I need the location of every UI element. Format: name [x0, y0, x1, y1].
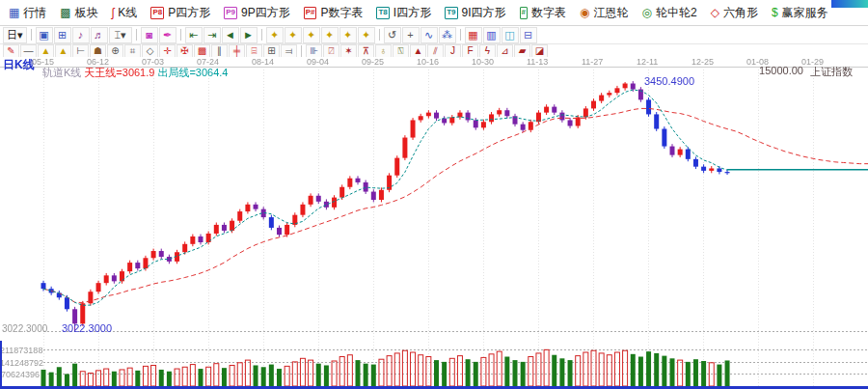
tool-button-tb3-0[interactable]: ✎	[3, 44, 19, 58]
menu-item-K线[interactable]: ʃK线	[105, 0, 145, 25]
tool-button-tb2-17[interactable]: ✦	[285, 27, 302, 43]
tool-button-tb3-7[interactable]: ⌗	[124, 44, 141, 58]
menu-item-9I四方形[interactable]: T99I四方形	[438, 0, 512, 25]
tool-button-tb2-23[interactable]: ↺	[384, 27, 401, 43]
tool-button-tb2-21[interactable]: ✦	[358, 27, 375, 43]
toolbar-separator	[261, 29, 262, 41]
indicator-readout: 轨道K线 天王线=3061.9 出局线=3064.4	[42, 66, 229, 80]
volume-axis-label: 141248792	[0, 358, 40, 368]
tool-button-tb3-10[interactable]: ✠	[176, 44, 193, 58]
tool-button-tb3-15[interactable]: ⊞	[263, 44, 280, 58]
menu-item-行情[interactable]: ▦行情	[2, 0, 53, 25]
tool-button-tb2-4[interactable]: ♪	[72, 27, 90, 43]
tool-button-tb3-25[interactable]: ⫽	[427, 44, 444, 58]
menu-label: 板块	[75, 5, 98, 21]
tool-button-tb3-9[interactable]: ✛	[159, 44, 176, 58]
menu-item-9P四方形[interactable]: P99P四方形	[217, 0, 296, 25]
tool-button-tb3-1[interactable]: —	[20, 44, 37, 58]
menu-item-赢家服务[interactable]: $赢家服务	[765, 0, 835, 25]
tool-button-tb3-11[interactable]: ▩	[194, 44, 210, 58]
tool-button-tb3-8[interactable]: ◇	[142, 44, 158, 58]
tool-button-tb3-28[interactable]: ϟ	[479, 44, 496, 58]
menu-item-江恩轮[interactable]: ◉江恩轮	[573, 0, 635, 25]
tool-button-tb3-20[interactable]: ✶	[340, 44, 357, 58]
date-label: 10-16	[417, 57, 439, 67]
volume-axis-label: 70624396	[0, 370, 40, 379]
menu-item-P数字表[interactable]: P#P数字表	[297, 0, 370, 25]
date-label: 08-14	[252, 57, 274, 67]
tool-button-tb2-25[interactable]: ∿	[420, 27, 438, 43]
peak-price-label: 3450.4900	[644, 75, 694, 87]
date-label: 07-24	[197, 57, 219, 67]
menu-item-I四方形[interactable]: T8I四方形	[369, 0, 438, 25]
menu-label: 轮中轮2	[656, 5, 697, 21]
tool-button-tb2-14[interactable]: ►	[240, 27, 258, 43]
tool-button-tb3-30[interactable]: ▰	[514, 44, 530, 58]
menu-label: 六角形	[723, 5, 758, 21]
tool-button-tb2-30[interactable]: ◫	[502, 27, 519, 43]
tool-button-tb2-8[interactable]: ◙	[141, 27, 158, 43]
tool-button-tb2-26[interactable]: ⁂	[439, 27, 456, 43]
tool-button-tb2-20[interactable]: ✦	[339, 27, 357, 43]
tool-button-tb3-24[interactable]: ▲	[410, 44, 426, 58]
menu-item-P四方形[interactable]: P8P四方形	[144, 0, 217, 25]
tool-button-tb2-29[interactable]: ▥	[483, 27, 501, 43]
menu-label: 江恩轮	[593, 5, 628, 21]
kline-canvas[interactable]	[0, 57, 868, 389]
indicator-name: 轨道K线	[42, 66, 81, 80]
index-name: 上证指数	[810, 65, 853, 79]
menu-item-轮中轮2[interactable]: ◎轮中轮2	[635, 0, 703, 25]
tool-button-tb3-22[interactable]: ♁	[375, 44, 392, 58]
9P四方形-icon: P9	[224, 7, 237, 19]
tool-button-tb3-3[interactable]: ▲	[55, 44, 71, 58]
toolbar-controls: 日▾▣⊞♪♬⌶▾◙✒⇤⇥◄►✦✦✦✦✦✦↺+∿⁂▦▥◫⊟	[0, 26, 868, 44]
indicator-line2-value: 出局线=3064.4	[157, 66, 228, 80]
toolbar-separator	[31, 29, 32, 41]
tool-button-tb3-18[interactable]: ⊪	[306, 44, 322, 58]
tool-button-tb3-31[interactable]: ◪	[531, 44, 548, 58]
tool-button-tb3-2[interactable]: ▲	[38, 44, 54, 58]
toolbar-separator	[379, 29, 380, 41]
tool-button-tb3-16[interactable]: ⫤	[281, 44, 297, 58]
menu-item-板块[interactable]: ▩板块	[53, 0, 104, 25]
index-value: 15000.00	[759, 65, 803, 79]
tool-button-tb2-3[interactable]: ⊞	[54, 27, 71, 43]
tool-button-tb2-18[interactable]: ✦	[303, 27, 320, 43]
tool-button-tb3-14[interactable]: ⌸	[246, 44, 262, 58]
menu-label: K线	[118, 5, 137, 21]
period-selector[interactable]: 日▾	[3, 27, 27, 43]
tool-button-tb3-29[interactable]: ⊿	[497, 44, 513, 58]
tool-button-tb2-19[interactable]: ✦	[321, 27, 339, 43]
tool-button-tb3-13[interactable]: ╪	[229, 44, 245, 58]
toolbar-separator	[136, 29, 137, 41]
tool-button-tb2-5[interactable]: ♬	[91, 27, 108, 43]
tool-button-tb2-11[interactable]: ⇤	[185, 27, 203, 43]
menu-item-六角形[interactable]: ◇六角形	[704, 0, 765, 25]
tool-button-tb2-24[interactable]: +	[402, 27, 420, 43]
tool-button-tb3-6[interactable]: ⊕	[107, 44, 123, 58]
tool-button-tb2-12[interactable]: ⇥	[203, 27, 221, 43]
tool-button-tb2-9[interactable]: ✒	[159, 27, 176, 43]
axis-low-label: 3022.3000	[2, 323, 47, 334]
tool-button-tb3-4[interactable]: ⊢	[72, 44, 89, 58]
江恩轮-icon: ◉	[580, 7, 589, 18]
tool-button-tb3-26[interactable]: J	[445, 44, 461, 58]
chart-area[interactable]: 日K线 轨道K线 天王线=3061.9 出局线=3064.4 3450.4900…	[0, 57, 868, 389]
tool-button-tb2-6[interactable]: ⌶▾	[109, 27, 132, 43]
tool-button-tb3-21[interactable]: ⊼	[358, 44, 374, 58]
date-label: 10-30	[472, 57, 494, 67]
menu-item-数字表[interactable]: #数字表	[513, 0, 573, 25]
tool-button-tb3-23[interactable]: ⍂	[393, 44, 409, 58]
tool-button-tb2-13[interactable]: ◄	[222, 27, 239, 43]
tool-button-tb3-12[interactable]: ∥	[211, 44, 228, 58]
tool-button-tb2-16[interactable]: ✦	[266, 27, 284, 43]
period-label[interactable]: 日K线	[3, 59, 35, 71]
menu-label: 9I四方形	[462, 5, 506, 21]
tool-button-tb2-31[interactable]: ⊟	[520, 27, 537, 43]
tool-button-tb3-27[interactable]: F	[462, 44, 478, 58]
tool-button-tb2-2[interactable]: ▣	[36, 27, 53, 43]
tool-button-tb3-5[interactable]: ☗	[90, 44, 106, 58]
tool-button-tb2-28[interactable]: ▦	[465, 27, 482, 43]
tool-button-tb3-19[interactable]: ⍁	[323, 44, 339, 58]
date-label: 01-29	[801, 57, 824, 67]
